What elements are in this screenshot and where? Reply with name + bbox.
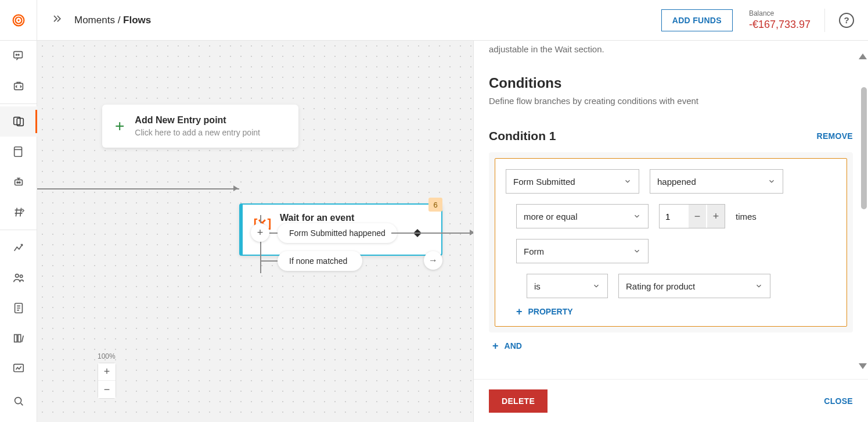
plus-icon: + — [516, 306, 523, 317]
branch-label: If none matched — [289, 256, 347, 266]
branch-label: Form Submitted happened — [289, 228, 386, 238]
nav-analytics-icon[interactable] — [0, 233, 37, 263]
operator-select[interactable]: is — [527, 274, 608, 298]
zoom-level: 100% — [98, 352, 116, 360]
breadcrumb-root[interactable]: Moments — [74, 15, 115, 26]
connector-line — [37, 188, 239, 189]
add-and-button[interactable]: + AND — [492, 341, 853, 351]
expand-rail-icon[interactable] — [51, 13, 63, 27]
nav-people-icon[interactable] — [0, 263, 37, 293]
nav-moments-icon[interactable] — [0, 106, 37, 137]
connector-line — [391, 233, 476, 234]
brand-logo[interactable] — [0, 0, 37, 41]
add-property-button[interactable]: + PROPERTY — [516, 306, 836, 317]
svg-point-5 — [18, 54, 19, 55]
zoom-in-button[interactable]: + — [98, 363, 116, 381]
select-value: Form — [524, 246, 544, 256]
balance-label: Balance — [749, 9, 811, 17]
svg-point-14 — [20, 275, 22, 277]
conditions-heading: Conditions — [489, 75, 853, 91]
left-rail — [0, 0, 37, 422]
scroll-up-icon[interactable] — [859, 53, 867, 59]
add-property-label: PROPERTY — [528, 307, 573, 316]
nav-templates-icon[interactable] — [0, 137, 37, 167]
scrollbar-thumb[interactable] — [861, 87, 867, 209]
value-select[interactable]: Rating for product — [618, 274, 770, 298]
conditions-subtitle: Define flow branches by creating conditi… — [489, 96, 853, 106]
breadcrumb-sep: / — [115, 15, 123, 26]
node-title: Wait for an event — [280, 213, 369, 223]
times-input[interactable] — [660, 205, 689, 228]
select-value: Rating for product — [626, 281, 695, 291]
add-and-label: AND — [505, 341, 522, 351]
select-value: Form Submitted — [513, 177, 575, 187]
panel-footer: DELETE CLOSE — [474, 379, 868, 422]
select-value: is — [534, 281, 541, 291]
close-button[interactable]: CLOSE — [824, 396, 853, 406]
plus-icon: + — [492, 341, 499, 351]
comparator-select[interactable]: more or equal — [516, 204, 649, 228]
zoom-controls: 100% + − — [98, 352, 116, 399]
branch-if-none-matched[interactable]: If none matched — [278, 251, 362, 271]
select-value: happened — [657, 177, 696, 187]
svg-rect-16 — [14, 335, 17, 342]
chevron-down-icon — [633, 247, 641, 255]
attribute-group-select[interactable]: Form — [516, 239, 649, 263]
chevron-down-icon — [755, 282, 763, 290]
balance-value: -€167,733.97 — [749, 19, 811, 31]
entry-subtitle: Click here to add a new entry point — [135, 128, 260, 137]
nav-search-icon[interactable] — [0, 386, 37, 416]
svg-rect-9 — [14, 147, 21, 157]
nav-conversations-icon[interactable] — [0, 41, 37, 71]
nav-dashboard-icon[interactable] — [0, 353, 37, 384]
scroll-down-icon[interactable] — [859, 363, 867, 369]
balance-block: Balance -€167,733.97 — [749, 9, 811, 31]
continue-arrow-button[interactable]: → — [424, 251, 442, 270]
condition-box: Form Submitted happened more or equal — [489, 152, 853, 332]
chevron-down-icon — [624, 177, 632, 185]
condition-title: Condition 1 — [489, 129, 556, 143]
entry-title: Add New Entry point — [135, 115, 260, 126]
delete-button[interactable]: DELETE — [489, 389, 548, 413]
svg-point-12 — [19, 182, 20, 183]
select-value: more or equal — [524, 212, 578, 221]
svg-point-13 — [15, 274, 19, 278]
stepper-decrement-button[interactable]: − — [689, 205, 706, 228]
condition-panel: adjustable in the Wait section. Conditio… — [473, 41, 868, 422]
breadcrumb[interactable]: Moments / Flows — [74, 15, 151, 26]
branch-form-submitted[interactable]: Form Submitted happened — [278, 223, 397, 243]
nav-apps-icon[interactable] — [0, 71, 37, 101]
topbar-divider — [824, 9, 825, 32]
nav-docs-icon[interactable] — [0, 293, 37, 323]
nav-bot-icon[interactable] — [0, 167, 37, 197]
event-select[interactable]: Form Submitted — [506, 169, 639, 194]
node-badge: 6 — [428, 198, 442, 212]
zoom-out-button[interactable]: − — [98, 381, 116, 398]
condition-frame: Form Submitted happened more or equal — [495, 158, 847, 327]
plus-icon: + — [115, 117, 124, 135]
chevron-down-icon — [768, 177, 776, 185]
arrow-icon — [233, 185, 238, 191]
wait-note: adjustable in the Wait section. — [489, 44, 853, 54]
svg-rect-17 — [18, 335, 21, 342]
svg-point-2 — [17, 19, 19, 21]
add-funds-button[interactable]: ADD FUNDS — [661, 9, 733, 31]
times-stepper[interactable]: − + — [659, 204, 725, 228]
stepper-increment-button[interactable]: + — [707, 205, 725, 228]
svg-point-11 — [17, 182, 18, 183]
chevron-down-icon — [592, 282, 600, 290]
add-branch-button[interactable]: + — [251, 223, 269, 242]
topbar: Moments / Flows ADD FUNDS Balance -€167,… — [37, 0, 868, 41]
svg-point-19 — [15, 398, 21, 404]
times-label: times — [736, 212, 757, 221]
nav-library-icon[interactable] — [0, 323, 37, 353]
state-select[interactable]: happened — [650, 169, 783, 194]
chevron-down-icon — [633, 212, 641, 220]
breadcrumb-current[interactable]: Flows — [123, 15, 151, 26]
remove-condition-button[interactable]: REMOVE — [817, 131, 853, 141]
svg-point-4 — [16, 54, 17, 55]
connector-line — [260, 260, 278, 262]
help-icon[interactable]: ? — [839, 13, 854, 28]
add-entry-point-card[interactable]: + Add New Entry point Click here to add … — [102, 105, 298, 148]
nav-numbers-icon[interactable] — [0, 197, 37, 227]
